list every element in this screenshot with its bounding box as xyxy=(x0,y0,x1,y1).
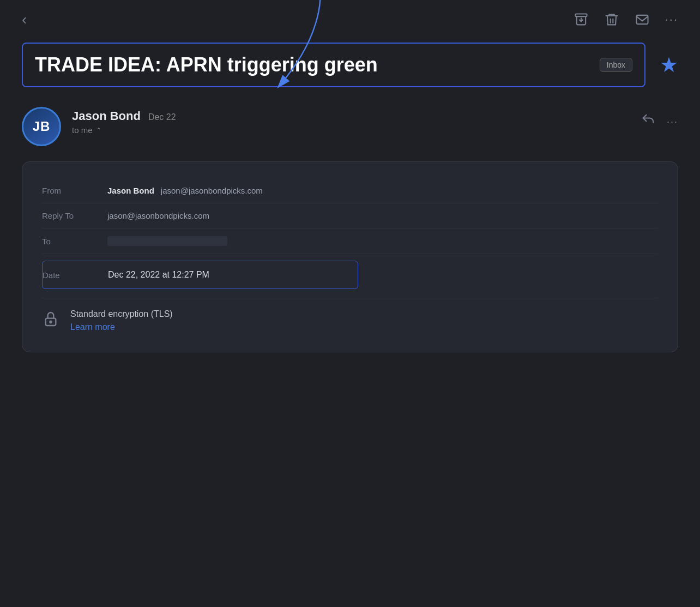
avatar-initials: JB xyxy=(33,119,51,134)
reply-to-value: jason@jasonbondpicks.com xyxy=(107,211,209,220)
date-row: Date Dec 22, 2022 at 12:27 PM xyxy=(42,254,658,296)
date-value: Dec 22, 2022 at 12:27 PM xyxy=(108,270,209,280)
date-label: Date xyxy=(43,271,108,280)
sender-name: Jason Bond xyxy=(72,109,141,123)
encryption-info: Standard encryption (TLS) Learn more xyxy=(70,309,173,332)
svg-point-4 xyxy=(50,321,51,323)
date-highlight-box: Date Dec 22, 2022 at 12:27 PM xyxy=(42,261,358,289)
sender-row: JB Jason Bond Dec 22 to me ⌃ ··· xyxy=(0,98,700,155)
from-row: From Jason Bond jason@jasonbondpicks.com xyxy=(42,178,658,203)
more-options-button[interactable]: ··· xyxy=(665,13,678,27)
to-label: To xyxy=(42,237,107,246)
from-name: Jason Bond xyxy=(107,186,154,195)
from-value: Jason Bond jason@jasonbondpicks.com xyxy=(107,186,263,195)
lock-icon xyxy=(42,310,59,332)
from-email: jason@jasonbondpicks.com xyxy=(161,186,263,195)
reply-button[interactable] xyxy=(641,112,656,131)
mark-unread-icon[interactable] xyxy=(635,12,650,27)
toolbar-left: ‹ xyxy=(22,12,27,27)
from-label: From xyxy=(42,186,107,195)
back-button[interactable]: ‹ xyxy=(22,12,27,27)
encryption-row: Standard encryption (TLS) Learn more xyxy=(42,298,658,335)
to-row: To xyxy=(42,229,658,254)
learn-more-link[interactable]: Learn more xyxy=(70,322,173,332)
sender-name-row: Jason Bond Dec 22 xyxy=(72,109,630,123)
to-value xyxy=(107,236,227,246)
blurred-recipient xyxy=(107,236,227,246)
archive-icon[interactable] xyxy=(574,12,589,27)
star-button[interactable]: ★ xyxy=(660,53,678,77)
chevron-up-icon: ⌃ xyxy=(96,127,101,134)
sender-to[interactable]: to me ⌃ xyxy=(72,125,630,135)
avatar: JB xyxy=(22,107,61,146)
reply-to-row: Reply To jason@jasonbondpicks.com xyxy=(42,203,658,229)
email-subject: TRADE IDEA: APRN triggering green xyxy=(35,53,591,76)
to-label: to me xyxy=(72,125,93,135)
subject-box: TRADE IDEA: APRN triggering green Inbox xyxy=(22,43,645,87)
reply-to-email: jason@jasonbondpicks.com xyxy=(107,211,209,220)
delete-icon[interactable] xyxy=(604,12,619,27)
toolbar-right: ··· xyxy=(574,12,678,27)
toolbar: ‹ ··· xyxy=(0,0,700,37)
reply-to-label: Reply To xyxy=(42,211,107,220)
encryption-title: Standard encryption (TLS) xyxy=(70,309,173,319)
inbox-badge: Inbox xyxy=(600,58,632,72)
sender-actions: ··· xyxy=(641,107,678,131)
email-details-card: From Jason Bond jason@jasonbondpicks.com… xyxy=(22,161,678,352)
sender-date: Dec 22 xyxy=(148,112,176,122)
sender-info: Jason Bond Dec 22 to me ⌃ xyxy=(72,107,630,135)
email-more-button[interactable]: ··· xyxy=(667,116,678,128)
svg-rect-1 xyxy=(636,15,648,24)
subject-row: TRADE IDEA: APRN triggering green Inbox … xyxy=(0,37,700,98)
svg-rect-0 xyxy=(575,14,587,17)
